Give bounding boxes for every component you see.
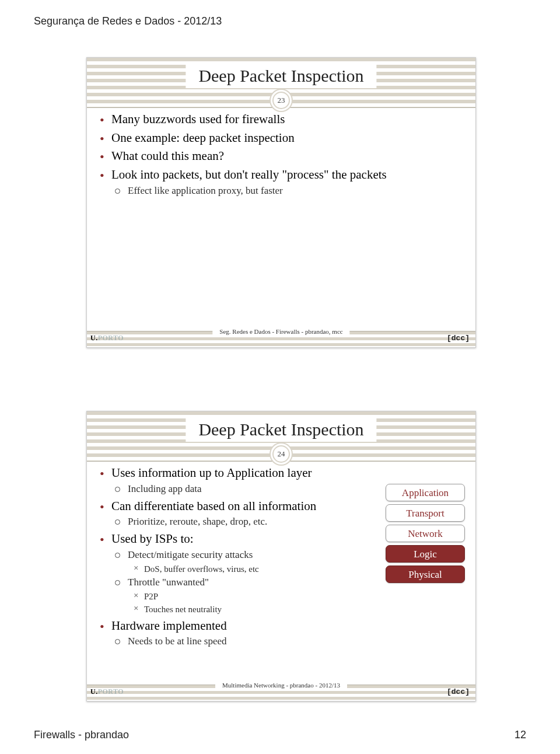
bullet-text: Hardware implemented <box>111 619 227 633</box>
logo-porto: PORTO <box>98 687 124 696</box>
bullet: Used by ISPs to: Detect/mitigate securit… <box>97 531 342 615</box>
bullet: Look into packets, but don't really "pro… <box>97 167 465 198</box>
uporto-logo: U.PORTO <box>90 334 124 343</box>
page-footer-left: Firewalls - pbrandao <box>34 729 129 741</box>
slide-number-wrap: 23 <box>272 92 290 109</box>
sub-bullet-text: Detect/mitigate security attacks <box>128 549 253 560</box>
bullet: Hardware implemented Needs to be at line… <box>97 618 342 649</box>
logo-porto: PORTO <box>98 334 124 342</box>
slide-title: Deep Packet Inspection <box>186 62 376 88</box>
sub-sub-bullet: DoS, buffer overflows, virus, etc <box>134 563 342 575</box>
slide-footer-text: Multimedia Networking - pbrandao - 2012/… <box>215 680 347 690</box>
sub-bullet: Detect/mitigate security attacks DoS, bu… <box>115 549 342 575</box>
bullet: Can differentiate based on all informati… <box>97 498 342 529</box>
bullet: Uses information up to Application layer… <box>97 465 342 496</box>
slide-footer-text: Seg. Redes e Dados - Firewalls - pbranda… <box>212 327 349 336</box>
bullet: One example: deep packet inspection <box>97 130 465 146</box>
slide-footer: U.PORTO Seg. Redes e Dados - Firewalls -… <box>87 331 475 347</box>
sub-sub-bullet: P2P <box>134 591 342 602</box>
slide-24: Deep Packet Inspection 24 Uses informati… <box>86 411 476 701</box>
slide-23: Deep Packet Inspection 23 Many buzzwords… <box>86 57 476 348</box>
sub-sub-bullet: Touches net neutrality <box>134 603 342 615</box>
bullet-text: Can differentiate based on all informati… <box>111 499 316 513</box>
logo-u: U. <box>90 334 98 342</box>
slide-footer: U.PORTO Multimedia Networking - pbrandao… <box>87 685 475 701</box>
sub-bullet: Including app data <box>115 483 342 496</box>
bullet: Many buzzwords used for firewalls <box>97 111 465 128</box>
bullet-text: Look into packets, but don't really "pro… <box>111 167 387 181</box>
slide-number-wrap: 24 <box>272 445 290 463</box>
logo-u: U. <box>90 687 98 696</box>
slide-body: Uses information up to Application layer… <box>97 465 465 675</box>
dcc-logo: [dcc] <box>447 334 470 343</box>
slide-title: Deep Packet Inspection <box>186 416 376 442</box>
slide-title-band: Deep Packet Inspection 23 <box>87 58 475 108</box>
slide-title-band: Deep Packet Inspection 24 <box>87 411 475 462</box>
dcc-logo: [dcc] <box>447 687 470 696</box>
layer-application: Application <box>386 484 465 501</box>
sub-bullet-text: Throttle "unwanted" <box>128 577 209 588</box>
slide-number: 24 <box>272 445 290 463</box>
page-footer-right: 12 <box>514 729 526 741</box>
layer-logic: Logic <box>386 545 465 563</box>
bullet-text: Uses information up to Application layer <box>111 466 312 480</box>
sub-bullet: Effect like application proxy, but faste… <box>115 184 465 198</box>
sub-bullet: Prioritize, reroute, shape, drop, etc. <box>115 515 342 529</box>
layer-network: Network <box>386 525 465 542</box>
slide-number: 23 <box>272 92 290 109</box>
slide-body: Many buzzwords used for firewalls One ex… <box>97 111 465 322</box>
sub-bullet: Throttle "unwanted" P2P Touches net neut… <box>115 576 342 615</box>
network-layers-stack: Application Transport Network Logic Phys… <box>386 484 465 586</box>
bullet-text: Used by ISPs to: <box>111 532 194 546</box>
bullet: What could this mean? <box>97 148 465 165</box>
layer-physical: Physical <box>386 566 465 583</box>
layer-transport: Transport <box>386 504 465 522</box>
uporto-logo: U.PORTO <box>90 687 124 696</box>
sub-bullet: Needs to be at line speed <box>115 635 342 648</box>
page-header: Segurança de Redes e Dados - 2012/13 <box>34 15 222 27</box>
